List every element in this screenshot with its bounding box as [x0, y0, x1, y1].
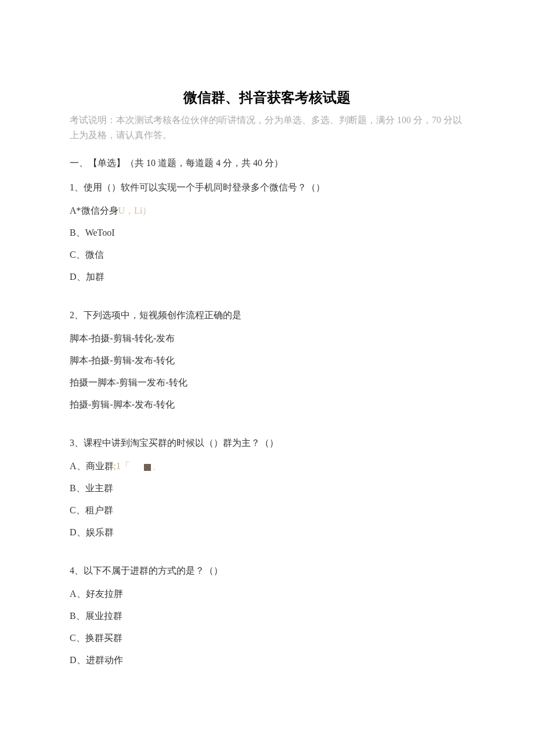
q3-option-c: C、租户群	[70, 503, 464, 517]
q2-option-a: 脚本-拍摄-剪辑-转化-发布	[70, 332, 464, 345]
q3-option-a-artifact2: 、	[152, 461, 161, 471]
q2-option-b: 脚本-拍摄-剪辑-发布-转化	[70, 354, 464, 368]
q2-option-c: 拍摄一脚本-剪辑一发布-转化	[70, 376, 464, 390]
q4-option-d: D、进群动作	[70, 653, 464, 667]
q1-option-a-text: A*微信分身	[70, 206, 118, 215]
q1-option-a-artifact: U，Li）	[118, 206, 152, 215]
q1-option-d: D、加群	[70, 270, 464, 284]
q4-stem: 4、以下不属于进群的方式的是？（）	[70, 564, 464, 578]
q3-stem: 3、课程中讲到淘宝买群的时候以（）群为主？（）	[70, 436, 464, 450]
q1-option-a: A*微信分身U，Li）	[70, 204, 464, 218]
q3-option-a-artifact1: ;1「	[114, 461, 130, 471]
q3-option-a: A、商业群;1「 、	[70, 459, 464, 473]
artifact-block-icon	[144, 464, 151, 471]
q4-option-b: B、展业拉群	[70, 609, 464, 623]
q2-stem: 2、下列选项中，短视频创作流程正确的是	[70, 308, 464, 322]
q1-option-b: B、WeTooI	[70, 226, 464, 240]
q2-option-d: 拍摄-剪辑-脚本-发布-转化	[70, 398, 464, 412]
q3-option-b: B、业主群	[70, 481, 464, 495]
q3-option-a-text: A、商业群	[70, 461, 114, 471]
q1-stem: 1、使用（）软件可以实现一个手机同时登录多个微信号？（）	[70, 181, 464, 195]
exam-instructions: 考试说明：本次测试考核各位伙伴的听讲情况，分为单选、多选、判断题，满分 100 …	[70, 113, 464, 142]
q1-option-c: C、微信	[70, 248, 464, 262]
q4-option-a: A、好友拉胖	[70, 587, 464, 601]
document-title: 微信群、抖音获客考核试题	[70, 87, 464, 108]
section-1-heading: 一、【单选】（共 10 道题，每道题 4 分，共 40 分）	[70, 156, 464, 170]
q3-option-d: D、娱乐群	[70, 525, 464, 539]
q4-option-c: C、换群买群	[70, 631, 464, 645]
